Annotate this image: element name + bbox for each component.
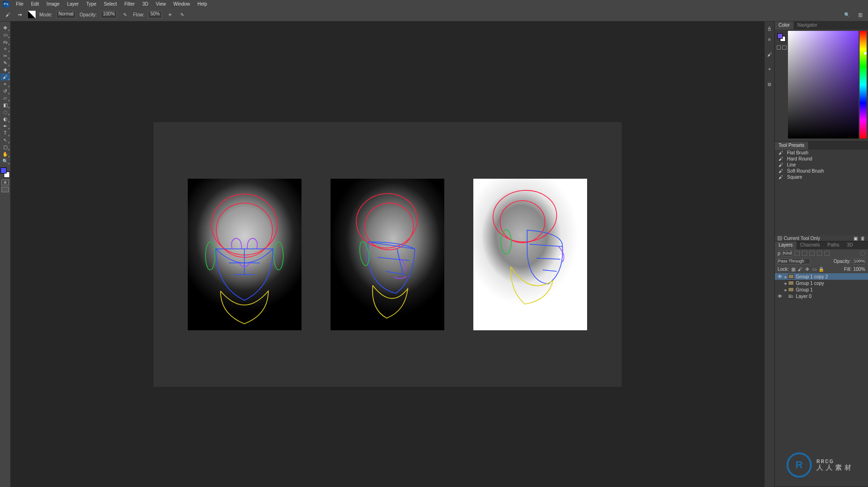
menu-window[interactable]: Window (169, 0, 194, 8)
tool-preset-item[interactable]: 🖌Flat Brush (775, 150, 868, 156)
tab-tool-presets[interactable]: Tool Presets (775, 142, 808, 150)
layer-name[interactable]: Group 1 copy (796, 281, 866, 286)
tab-channels[interactable]: Channels (796, 241, 824, 249)
canvas-area[interactable] (11, 22, 764, 487)
lock-position-icon[interactable]: ✥ (805, 267, 810, 272)
eyedropper-tool[interactable]: ✎ (0, 59, 10, 66)
tab-color[interactable]: Color (775, 22, 794, 29)
menu-file[interactable]: File (12, 0, 27, 8)
hue-slider[interactable] (860, 31, 867, 138)
actions-icon[interactable]: ⚙ (766, 80, 773, 88)
brush-panel-icon[interactable]: 🖌 (766, 51, 773, 58)
workspace-switcher-icon[interactable]: ▥ (856, 10, 864, 19)
filter-toggle-icon[interactable] (860, 251, 865, 256)
brush-preset-dropdown[interactable]: •▾ (16, 10, 24, 19)
eraser-tool[interactable]: ▱ (0, 94, 10, 102)
color-field[interactable] (788, 31, 859, 138)
menu-select[interactable]: Select (100, 0, 121, 8)
expand-arrow-icon[interactable]: ▸ (783, 281, 788, 286)
layer-filter-kind[interactable]: Kind (783, 250, 792, 256)
fill-input[interactable]: 100% (853, 267, 865, 272)
character-panel-icon[interactable]: A̲ (766, 24, 773, 32)
tab-navigator[interactable]: Navigator (794, 22, 821, 29)
expand-arrow-icon[interactable]: ▸ (783, 274, 788, 279)
clone-source-icon[interactable]: ⌖ (766, 65, 773, 73)
tool-presets-list[interactable]: 🖌Flat Brush🖌Hard Round🖌Line🖌Soft Round B… (775, 150, 868, 235)
clone-stamp-tool[interactable]: ⌖ (0, 80, 10, 87)
layer-row[interactable]: 👁▸Group 1 copy 2 (775, 273, 868, 280)
layer-row[interactable]: ▸Group 1 copy (775, 280, 868, 286)
tab-paths[interactable]: Paths (824, 241, 843, 249)
color-swatch-pair[interactable] (777, 33, 786, 42)
layer-blend-mode[interactable]: Pass Through (778, 258, 810, 264)
filter-shape-icon[interactable] (817, 251, 822, 256)
layer-name[interactable]: Layer 0 (796, 294, 866, 299)
layer-row[interactable]: ▸Group 1 (775, 286, 868, 293)
healing-brush-tool[interactable]: ✚ (0, 66, 10, 73)
tool-preset-item[interactable]: 🖌Square (775, 174, 868, 180)
visibility-toggle-icon[interactable]: 👁 (777, 294, 783, 299)
tab-layers[interactable]: Layers (775, 241, 796, 249)
search-icon[interactable]: 🔍 (843, 10, 851, 19)
lock-all-icon[interactable]: 🔒 (819, 267, 824, 272)
airbrush-icon[interactable]: ✈ (166, 10, 174, 19)
history-brush-tool[interactable]: ↺ (0, 87, 10, 94)
zoom-tool[interactable]: 🔍 (0, 158, 10, 165)
filter-pixel-icon[interactable] (794, 251, 800, 256)
menu-image[interactable]: Image (43, 0, 63, 8)
type-tool[interactable]: T (0, 130, 10, 137)
tool-preset-item[interactable]: 🖌Line (775, 162, 868, 168)
tool-preset-icon[interactable]: 🖌 (4, 10, 12, 19)
menu-filter[interactable]: Filter (121, 0, 139, 8)
paragraph-panel-icon[interactable]: ≡ (766, 36, 773, 43)
filter-smart-icon[interactable] (824, 251, 830, 256)
gradient-tool[interactable]: ◧ (0, 102, 10, 109)
layer-row[interactable]: 👁Layer 0 (775, 293, 868, 299)
magic-wand-tool[interactable]: ✧ (0, 45, 10, 52)
visibility-toggle-icon[interactable]: 👁 (777, 274, 783, 279)
pen-tool[interactable]: ✒ (0, 123, 10, 130)
tablet-opacity-icon[interactable]: ✎ (121, 10, 129, 19)
rectangle-tool[interactable]: ▢ (0, 144, 10, 151)
current-tool-only-checkbox[interactable] (778, 236, 782, 240)
menu-help[interactable]: Help (194, 0, 211, 8)
tool-preset-item[interactable]: 🖌Hard Round (775, 156, 868, 162)
tab-3d[interactable]: 3D (843, 241, 857, 249)
lock-artboard-icon[interactable]: ▭ (812, 267, 817, 272)
tool-preset-item[interactable]: 🖌Soft Round Brush (775, 168, 868, 174)
delete-preset-icon[interactable]: 🗑 (861, 236, 865, 241)
tablet-size-icon[interactable]: ✎ (178, 10, 186, 19)
crop-tool[interactable]: ✂ (0, 52, 10, 59)
fg-bg-swatches[interactable] (0, 167, 10, 178)
color-mode-buttons[interactable] (777, 45, 787, 50)
brush-tool[interactable]: 🖌 (0, 73, 10, 80)
expand-arrow-icon[interactable]: ▸ (783, 287, 788, 292)
menu-edit[interactable]: Edit (27, 0, 43, 8)
hand-tool[interactable]: ✋ (0, 151, 10, 158)
layer-opacity-input[interactable]: 100% (853, 258, 865, 264)
flow-input[interactable]: 50% (148, 11, 162, 19)
filter-adjust-icon[interactable] (802, 251, 807, 256)
filter-type-icon[interactable] (809, 251, 815, 256)
menu-3d[interactable]: 3D (139, 0, 152, 8)
marquee-tool[interactable]: ▭ (0, 31, 10, 38)
dodge-tool[interactable]: ◐ (0, 116, 10, 123)
screen-mode-toggle[interactable] (1, 187, 9, 192)
path-select-tool[interactable]: ↖ (0, 137, 10, 144)
menu-view[interactable]: View (152, 0, 170, 8)
blur-tool[interactable]: ◌ (0, 109, 10, 116)
opacity-input[interactable]: 100% (101, 11, 118, 19)
menu-type[interactable]: Type (82, 0, 100, 8)
hue-indicator[interactable] (864, 52, 867, 55)
layer-name[interactable]: Group 1 (796, 287, 866, 292)
move-tool[interactable]: ✥ (0, 24, 10, 31)
menu-layer[interactable]: Layer (63, 0, 82, 8)
lasso-tool[interactable]: ᔔ (0, 38, 10, 45)
layer-name[interactable]: Group 1 copy 2 (796, 274, 866, 279)
lock-pixels-icon[interactable]: 🖌 (798, 267, 803, 272)
new-preset-icon[interactable]: ▣ (853, 236, 858, 241)
brush-toggle-panel-icon[interactable] (28, 11, 36, 18)
blend-mode-select[interactable]: Normal (56, 11, 76, 19)
lock-transparent-icon[interactable]: ▦ (791, 267, 796, 272)
quick-mask-toggle[interactable] (1, 180, 9, 185)
